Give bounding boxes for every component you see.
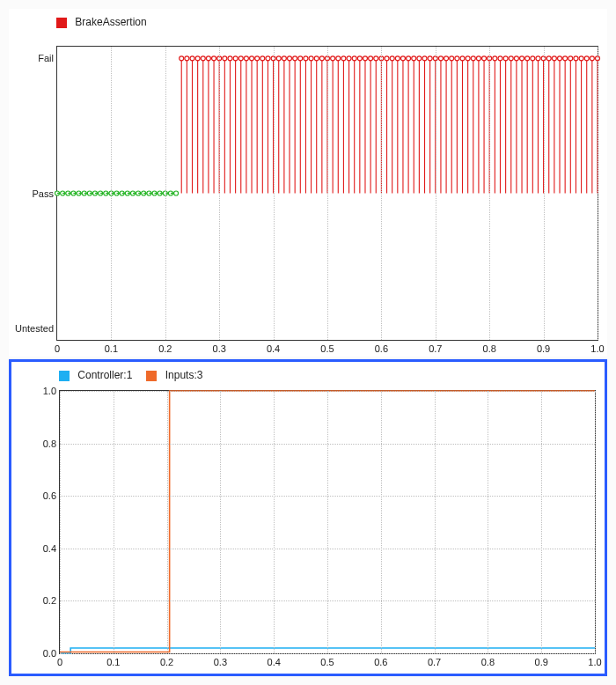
x-tick: 0.1 — [105, 343, 118, 354]
y-tick: 0.8 — [30, 438, 56, 449]
svg-point-102 — [331, 56, 335, 61]
legend-label: Inputs:3 — [165, 369, 203, 381]
svg-point-94 — [309, 56, 313, 61]
y-tick: Untested — [10, 323, 54, 334]
svg-point-124 — [390, 56, 394, 61]
svg-point-88 — [293, 56, 297, 61]
y-tick: Fail — [10, 53, 54, 63]
x-tick: 0.8 — [483, 343, 496, 354]
svg-point-166 — [503, 56, 508, 61]
svg-point-150 — [460, 56, 465, 61]
legend-label: BrakeAssertion — [75, 16, 146, 28]
y-tick: 0.6 — [30, 490, 56, 501]
svg-point-104 — [336, 56, 341, 61]
svg-point-194 — [579, 56, 583, 61]
svg-point-50 — [190, 56, 194, 61]
svg-point-148 — [455, 56, 459, 61]
svg-point-44 — [174, 191, 179, 195]
svg-point-168 — [509, 56, 513, 61]
svg-point-116 — [369, 56, 373, 61]
svg-point-178 — [536, 56, 540, 61]
x-tick: 1.0 — [590, 343, 604, 354]
svg-point-144 — [444, 56, 449, 61]
legend-item: BrakeAssertion — [56, 16, 147, 28]
svg-point-114 — [363, 56, 367, 61]
svg-point-64 — [228, 56, 232, 61]
svg-point-126 — [395, 56, 400, 61]
svg-point-146 — [450, 56, 454, 61]
legend-swatch — [59, 371, 70, 381]
svg-point-142 — [438, 56, 443, 61]
legend-item: Inputs:3 — [146, 369, 202, 381]
svg-point-198 — [590, 56, 594, 61]
svg-point-72 — [250, 56, 254, 61]
svg-point-176 — [531, 56, 535, 61]
svg-point-174 — [525, 56, 530, 61]
x-tick: 0.4 — [268, 657, 281, 667]
legend-label: Controller:1 — [77, 369, 132, 381]
svg-point-182 — [546, 56, 551, 61]
svg-point-118 — [374, 56, 378, 61]
signal-legend: Controller:1 Inputs:3 — [59, 369, 202, 381]
svg-point-162 — [493, 56, 497, 61]
assertion-legend: BrakeAssertion — [56, 16, 147, 28]
x-tick: 0.7 — [429, 343, 442, 354]
assertion-chart-panel: BrakeAssertion 00.10.20.30.40.50.60.70.8… — [9, 9, 607, 357]
svg-point-86 — [288, 56, 292, 61]
svg-point-130 — [407, 56, 411, 61]
svg-point-90 — [298, 56, 303, 61]
svg-point-112 — [357, 56, 362, 61]
x-tick: 0.8 — [481, 657, 495, 667]
y-tick: Pass — [10, 188, 54, 199]
svg-point-62 — [223, 56, 227, 61]
svg-point-132 — [412, 56, 416, 61]
svg-point-58 — [212, 56, 216, 61]
svg-point-92 — [304, 56, 308, 61]
svg-point-172 — [520, 56, 524, 61]
svg-point-136 — [422, 56, 427, 61]
svg-point-188 — [563, 56, 568, 61]
svg-point-154 — [471, 56, 475, 61]
x-tick: 0.9 — [537, 343, 550, 354]
svg-point-186 — [558, 56, 562, 61]
x-tick: 0.2 — [160, 657, 173, 667]
x-tick: 1.0 — [588, 657, 601, 667]
svg-point-70 — [244, 56, 248, 61]
svg-point-152 — [466, 56, 470, 61]
svg-point-108 — [347, 56, 351, 61]
svg-point-164 — [498, 56, 502, 61]
svg-point-170 — [514, 56, 518, 61]
svg-point-196 — [584, 56, 589, 61]
svg-point-74 — [255, 56, 260, 61]
svg-point-76 — [260, 56, 265, 61]
x-tick: 0.3 — [214, 657, 227, 667]
svg-point-190 — [568, 56, 573, 61]
svg-point-138 — [428, 56, 432, 61]
svg-point-96 — [314, 56, 319, 61]
x-tick: 0.6 — [374, 657, 387, 667]
svg-point-128 — [400, 56, 405, 61]
svg-point-54 — [201, 56, 205, 61]
svg-point-192 — [574, 56, 578, 61]
x-tick: 0 — [57, 657, 62, 667]
x-tick: 0.2 — [158, 343, 172, 354]
x-tick: 0.7 — [428, 657, 441, 667]
y-tick: 0.0 — [30, 648, 56, 659]
svg-point-110 — [352, 56, 356, 61]
x-tick: 0 — [55, 343, 60, 354]
signal-chart-panel: Controller:1 Inputs:3 00.10.20.30.40.50.… — [9, 359, 607, 676]
y-tick: 0.4 — [30, 543, 56, 554]
svg-point-78 — [266, 56, 270, 61]
legend-swatch — [56, 18, 67, 28]
svg-point-52 — [195, 56, 200, 61]
y-tick: 1.0 — [30, 386, 56, 396]
x-tick: 0.9 — [535, 657, 548, 667]
svg-point-98 — [319, 56, 324, 61]
x-tick: 0.4 — [267, 343, 280, 354]
x-tick: 0.6 — [375, 343, 388, 354]
y-tick: 0.2 — [30, 595, 56, 606]
svg-point-46 — [180, 56, 184, 61]
svg-point-82 — [276, 56, 281, 61]
svg-point-106 — [341, 56, 346, 61]
legend-item: Controller:1 — [59, 369, 132, 381]
